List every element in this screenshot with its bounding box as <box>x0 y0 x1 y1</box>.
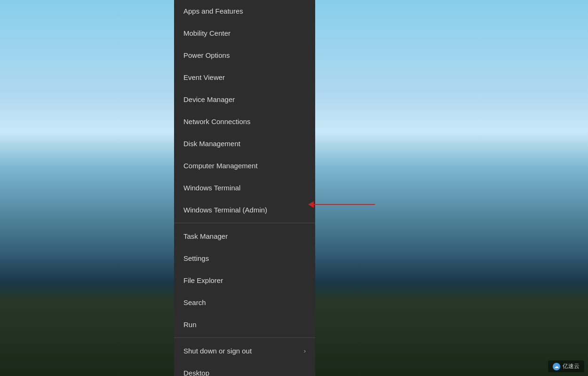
menu-item-label: Computer Management <box>183 162 258 170</box>
menu-item-mobility-center[interactable]: Mobility Center <box>174 22 315 44</box>
menu-item-search[interactable]: Search <box>174 291 315 313</box>
menu-separator-1 <box>174 223 315 223</box>
menu-item-apps-features[interactable]: Apps and Features <box>174 0 315 22</box>
watermark: ☁ 亿速云 <box>548 360 584 372</box>
watermark-text: 亿速云 <box>563 362 580 370</box>
menu-item-label: Shut down or sign out <box>183 347 252 355</box>
menu-item-label: Search <box>183 298 206 306</box>
menu-item-power-options[interactable]: Power Options <box>174 44 315 66</box>
menu-item-label: Run <box>183 321 197 329</box>
menu-separator-2 <box>174 337 315 338</box>
watermark-icon: ☁ <box>553 363 560 370</box>
menu-item-label: Disk Management <box>183 140 240 148</box>
menu-item-task-manager[interactable]: Task Manager <box>174 225 315 247</box>
menu-item-label: Device Manager <box>183 95 235 103</box>
menu-item-label: Event Viewer <box>183 73 225 81</box>
menu-item-label: Power Options <box>183 51 230 59</box>
menu-item-device-manager[interactable]: Device Manager <box>174 88 315 110</box>
menu-item-label: Mobility Center <box>183 29 230 37</box>
context-menu: Apps and Features Mobility Center Power … <box>174 0 315 376</box>
menu-item-windows-terminal-admin[interactable]: Windows Terminal (Admin) <box>174 199 315 221</box>
menu-item-event-viewer[interactable]: Event Viewer <box>174 66 315 88</box>
menu-item-network-connections[interactable]: Network Connections <box>174 110 315 133</box>
menu-item-run[interactable]: Run <box>174 313 315 336</box>
arrow-head <box>308 201 314 208</box>
menu-item-settings[interactable]: Settings <box>174 247 315 269</box>
menu-item-label: Desktop <box>183 369 209 376</box>
arrow-annotation <box>308 201 375 208</box>
menu-item-computer-management[interactable]: Computer Management <box>174 155 315 177</box>
menu-item-shut-down[interactable]: Shut down or sign out › <box>174 340 315 362</box>
arrow-line <box>314 204 375 205</box>
menu-item-windows-terminal[interactable]: Windows Terminal <box>174 177 315 199</box>
menu-item-label: Settings <box>183 254 209 262</box>
chevron-right-icon: › <box>304 347 306 354</box>
menu-item-disk-management[interactable]: Disk Management <box>174 133 315 155</box>
menu-item-label: Windows Terminal (Admin) <box>183 206 267 214</box>
menu-item-label: Apps and Features <box>183 7 243 15</box>
menu-item-desktop[interactable]: Desktop <box>174 362 315 376</box>
menu-item-label: File Explorer <box>183 276 223 284</box>
menu-item-label: Network Connections <box>183 118 251 125</box>
menu-item-label: Windows Terminal <box>183 184 240 192</box>
menu-item-label: Task Manager <box>183 232 228 240</box>
menu-item-file-explorer[interactable]: File Explorer <box>174 269 315 291</box>
